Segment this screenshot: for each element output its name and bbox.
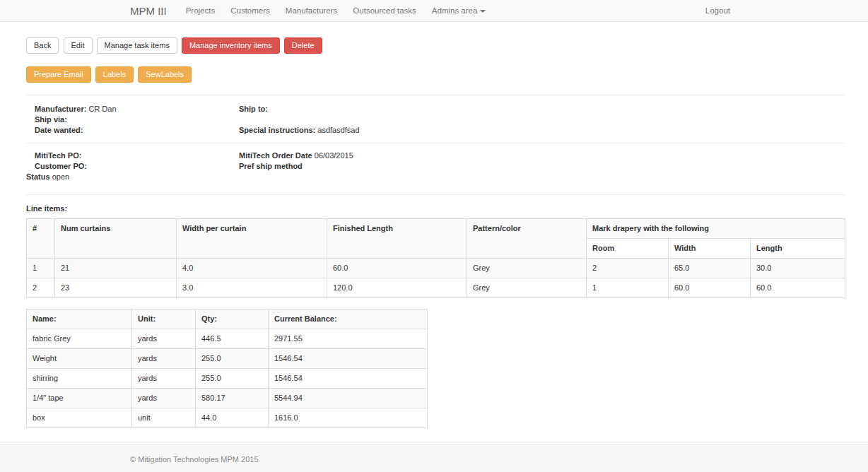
details-row: Status open xyxy=(26,172,845,182)
cell-pattern-color: Grey xyxy=(467,278,587,298)
details-row: Date wanted: Special instructions: asdfa… xyxy=(26,125,845,136)
status-label: Status xyxy=(26,172,50,181)
brand-link[interactable]: MPM III xyxy=(130,5,167,17)
cell-current-balance: 1546.54 xyxy=(269,369,428,389)
cell-width-per-curtain: 4.0 xyxy=(177,259,327,278)
line-items-header-row: # Num curtains Width per curtain Finishe… xyxy=(27,219,845,239)
cell-qty: 446.5 xyxy=(196,329,269,349)
col-header-room: Room xyxy=(587,239,669,259)
col-header-pattern-color: Pattern/color xyxy=(467,219,587,259)
mititech-po-label: MitiTech PO: xyxy=(35,151,81,160)
nav-item-projects[interactable]: Projects xyxy=(178,6,223,15)
cell-num-curtains: 21 xyxy=(55,259,177,278)
line-items-table: # Num curtains Width per curtain Finishe… xyxy=(26,218,845,298)
prepare-email-button[interactable]: Prepare Email xyxy=(26,66,91,83)
cell-pattern-color: Grey xyxy=(467,259,587,278)
details-row: Ship via: xyxy=(26,114,845,125)
divider xyxy=(26,95,845,95)
col-header-qty: Qty: xyxy=(196,309,269,329)
col-header-unit: Unit: xyxy=(132,309,196,329)
inventory-header-row: Name: Unit: Qty: Current Balance: xyxy=(27,309,428,329)
divider xyxy=(26,194,845,195)
divider xyxy=(26,143,845,143)
edit-button[interactable]: Edit xyxy=(64,37,93,54)
back-button[interactable]: Back xyxy=(26,37,59,54)
cell-length: 30.0 xyxy=(751,259,845,278)
nav-item-customers[interactable]: Customers xyxy=(223,6,278,15)
toolbar-row-1: Back Edit Manage task items Manage inven… xyxy=(26,37,845,54)
cell-unit: unit xyxy=(132,408,196,428)
table-row: 1/4" tape yards 580.17 5544.94 xyxy=(27,389,428,408)
cell-name: fabric Grey xyxy=(27,329,132,349)
table-row: box unit 44.0 1616.0 xyxy=(27,408,428,428)
cell-current-balance: 2971.55 xyxy=(269,329,428,349)
col-header-name: Name: xyxy=(27,309,132,329)
cell-qty: 255.0 xyxy=(196,349,269,369)
nav-item-manufacturers[interactable]: Manufacturers xyxy=(278,6,346,15)
details-row: MitiTech PO: MitiTech Order Date 06/03/2… xyxy=(26,151,845,161)
navbar-container: MPM III Projects Customers Manufacturers… xyxy=(130,0,738,21)
manage-task-items-button[interactable]: Manage task items xyxy=(97,37,177,54)
cell-name: box xyxy=(27,408,132,428)
cell-name: Weight xyxy=(27,349,132,369)
cell-current-balance: 1616.0 xyxy=(269,408,428,428)
cell-num: 1 xyxy=(27,259,55,278)
top-navbar: MPM III Projects Customers Manufacturers… xyxy=(0,0,868,22)
line-items-title: Line items: xyxy=(26,203,845,214)
delete-button[interactable]: Delete xyxy=(284,37,322,54)
cell-width: 65.0 xyxy=(669,259,751,278)
nav-item-admins-area[interactable]: Admins area xyxy=(424,6,494,15)
order-date-label: MitiTech Order Date xyxy=(239,151,312,160)
status-value: open xyxy=(52,172,69,181)
manage-inventory-items-button[interactable]: Manage inventory items xyxy=(182,37,280,54)
toolbar-row-2: Prepare Email Labels SewLabels xyxy=(26,66,845,83)
col-header-current-balance: Current Balance: xyxy=(269,309,428,329)
sewlabels-button[interactable]: SewLabels xyxy=(138,66,192,83)
cell-name: shirring xyxy=(27,369,132,389)
cell-finished-length: 120.0 xyxy=(327,278,467,298)
table-row: Weight yards 255.0 1546.54 xyxy=(27,349,428,369)
cell-width: 60.0 xyxy=(669,278,751,298)
special-instructions-label: Special instructions: xyxy=(239,126,315,134)
admins-area-label: Admins area xyxy=(432,6,478,15)
cell-room: 2 xyxy=(587,259,669,278)
cell-length: 60.0 xyxy=(751,278,845,298)
cell-num-curtains: 23 xyxy=(55,278,177,298)
cell-unit: yards xyxy=(132,389,196,408)
cell-qty: 255.0 xyxy=(196,369,269,389)
cell-width-per-curtain: 3.0 xyxy=(177,278,327,298)
col-header-finished-length: Finished Length xyxy=(327,219,467,259)
caret-down-icon xyxy=(480,10,486,13)
cell-qty: 580.17 xyxy=(196,389,269,408)
cell-current-balance: 1546.54 xyxy=(269,349,428,369)
table-row: fabric Grey yards 446.5 2971.55 xyxy=(27,329,428,349)
page-footer: © Mitigation Technologies MPM 2015 xyxy=(0,444,868,472)
col-header-width-per-curtain: Width per curtain xyxy=(177,219,327,259)
main-content: Back Edit Manage task items Manage inven… xyxy=(0,22,868,428)
cell-current-balance: 5544.94 xyxy=(269,389,428,408)
col-header-mark-drapery: Mark drapery with the following xyxy=(587,219,845,239)
table-row: shirring yards 255.0 1546.54 xyxy=(27,369,428,389)
cell-name: 1/4" tape xyxy=(27,389,132,408)
labels-button[interactable]: Labels xyxy=(95,66,134,83)
manufacturer-label: Manufacturer: xyxy=(35,105,86,113)
cell-unit: yards xyxy=(132,329,196,349)
cell-qty: 44.0 xyxy=(196,408,269,428)
copyright-text: © Mitigation Technologies MPM 2015 xyxy=(130,455,259,464)
logout-link[interactable]: Logout xyxy=(698,6,738,15)
cell-room: 1 xyxy=(587,278,669,298)
inventory-table: Name: Unit: Qty: Current Balance: fabric… xyxy=(26,309,428,428)
table-row: 2 23 3.0 120.0 Grey 1 60.0 60.0 xyxy=(27,278,845,298)
cell-unit: yards xyxy=(132,349,196,369)
manufacturer-value: CR Dan xyxy=(88,105,116,113)
ship-to-label: Ship to: xyxy=(239,105,268,113)
special-instructions-value: asdfasdfsad xyxy=(317,126,359,134)
details-row: Manufacturer: CR Dan Ship to: xyxy=(26,104,845,114)
col-header-width: Width xyxy=(669,239,751,259)
cell-finished-length: 60.0 xyxy=(327,259,467,278)
nav-item-outsourced-tasks[interactable]: Outsourced tasks xyxy=(345,6,423,15)
col-header-num-curtains: Num curtains xyxy=(55,219,177,259)
table-row: 1 21 4.0 60.0 Grey 2 65.0 30.0 xyxy=(27,259,845,278)
col-header-length: Length xyxy=(751,239,845,259)
details-row: Customer PO: Pref ship method xyxy=(26,161,845,172)
